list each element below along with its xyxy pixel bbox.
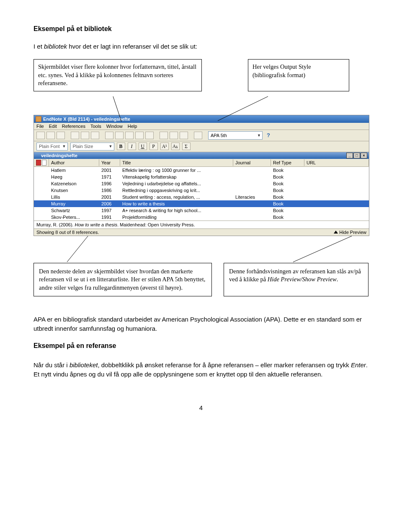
- toolbar-button[interactable]: [145, 132, 154, 139]
- status-bar: Showing 8 out of 8 references. Hide Prev…: [34, 228, 369, 236]
- size-select[interactable]: Plain Size▼: [70, 143, 114, 151]
- cell: Book: [271, 208, 304, 213]
- font-select[interactable]: Plain Font▼: [36, 143, 68, 151]
- note-column-icon[interactable]: [42, 160, 47, 166]
- table-row[interactable]: Hatlem2001Effektiv læring : og 1000 grun…: [34, 167, 369, 174]
- table-row[interactable]: Katzenelson1996Vejledning i udarbejdelse…: [34, 180, 369, 187]
- cell: 1996: [99, 181, 120, 187]
- toolbar-button[interactable]: [135, 132, 144, 139]
- toolbar-button[interactable]: [160, 132, 168, 139]
- toolbar-button[interactable]: [194, 132, 202, 139]
- table-row[interactable]: Skov-Peters...1991ProjektformidlingBook: [34, 214, 369, 221]
- cell: [34, 217, 49, 218]
- table-row[interactable]: Lillis2001Student writing : access, regu…: [34, 194, 369, 200]
- table-row[interactable]: Knutsen1986Rettledning i oppgaveskriving…: [34, 187, 369, 194]
- cell: [233, 183, 271, 184]
- symbol-button[interactable]: Σ: [182, 143, 191, 150]
- window-buttons: _□×: [346, 153, 367, 158]
- preview-author-year: Murray, R. (2006).: [36, 222, 75, 227]
- help-icon[interactable]: ?: [267, 132, 270, 138]
- menu-file[interactable]: File: [36, 124, 44, 129]
- menu-window[interactable]: Window: [106, 124, 123, 129]
- callout-row-top: Skjermbildet viser flere kolonner hvor f…: [34, 59, 368, 91]
- subscript-button[interactable]: A₁: [171, 143, 180, 150]
- header-title[interactable]: Title: [120, 159, 233, 166]
- toolbar-button[interactable]: [125, 132, 134, 139]
- table-row[interactable]: Høeg1971Vitenskapelig forfatterskapBook: [34, 174, 369, 180]
- dropdown-arrow-icon: ▼: [109, 144, 113, 148]
- pdf-column-icon[interactable]: [36, 160, 41, 166]
- open-reference-paragraph: Når du står i biblioteket, dobbeltklikk …: [34, 361, 368, 379]
- cell: [304, 176, 369, 177]
- cell: Skov-Peters...: [49, 214, 99, 220]
- toolbar-button[interactable]: [180, 132, 188, 139]
- cell: 1991: [99, 214, 120, 220]
- header-author[interactable]: Author: [49, 159, 99, 166]
- cell: Book: [271, 201, 304, 207]
- plain-button[interactable]: P: [149, 143, 158, 150]
- font-select-value: Plain Font: [39, 144, 60, 149]
- callout-hide-preview: Denne forhåndsvisningen av referansen ka…: [224, 263, 368, 297]
- toolbar-button[interactable]: [57, 132, 65, 139]
- p2-em2: Enter: [351, 361, 366, 369]
- table-row[interactable]: Murray2006How to write a thesisBook: [34, 200, 369, 207]
- cell: Book: [271, 174, 304, 180]
- app-titlebar: EndNote X (Bld 2114) - veiledningshefte: [34, 115, 369, 123]
- cell: Book: [271, 194, 304, 200]
- cell: Katzenelson: [49, 181, 99, 187]
- toolbar-button[interactable]: [46, 132, 55, 139]
- cell: [34, 170, 49, 171]
- callout-hp-em: Hide Preview/Show Preview: [268, 276, 337, 283]
- header-url[interactable]: URL: [304, 159, 369, 166]
- minimize-button[interactable]: _: [346, 153, 353, 158]
- toolbar-button[interactable]: [170, 132, 178, 139]
- cell: Literacies: [233, 194, 271, 200]
- cell: Effektiv læring : og 1000 grunner for ..…: [120, 167, 233, 173]
- cell: [304, 217, 369, 218]
- p2-1: Når du står i: [34, 361, 70, 369]
- superscript-button[interactable]: A¹: [160, 143, 169, 150]
- menu-references[interactable]: References: [62, 124, 85, 129]
- maximize-button[interactable]: □: [353, 153, 360, 158]
- toolbar-button[interactable]: [81, 132, 89, 139]
- cell: [34, 176, 49, 177]
- cell: [233, 170, 271, 171]
- hide-preview-button[interactable]: Hide Preview: [334, 230, 366, 235]
- document-page: Eksempel på et bibliotek I et bibliotek …: [0, 0, 402, 428]
- menu-help[interactable]: Help: [128, 124, 137, 129]
- status-count: Showing 8 out of 8 references.: [36, 230, 99, 235]
- menu-tools[interactable]: Tools: [90, 124, 101, 129]
- format-bar: Plain Font▼ Plain Size▼ B I U P A¹ A₁ Σ: [34, 141, 369, 152]
- header-journal[interactable]: Journal: [233, 159, 271, 166]
- toolbar-button[interactable]: [91, 132, 99, 139]
- toolbar-button[interactable]: [115, 132, 124, 139]
- output-style-select[interactable]: APA 5th ▼: [208, 131, 263, 140]
- close-button[interactable]: ×: [361, 153, 367, 158]
- toolbar-button[interactable]: [71, 132, 79, 139]
- connector-lines-top: [34, 96, 368, 115]
- table-row[interactable]: Schwartz1997A+ research & writing for hi…: [34, 207, 369, 214]
- header-year[interactable]: Year: [99, 159, 120, 166]
- cell: 2006: [99, 201, 120, 207]
- callout-output-style: Her velges Output Style (bibliografisk f…: [248, 59, 349, 91]
- bold-button[interactable]: B: [117, 143, 125, 150]
- subwindow-titlebar: veiledningshefte _□×: [34, 152, 369, 159]
- callout-columns: Skjermbildet viser flere kolonner hvor f…: [34, 59, 202, 91]
- cell: [233, 190, 271, 191]
- svg-line-2: [67, 236, 88, 262]
- italic-button[interactable]: I: [128, 143, 136, 150]
- cell: [233, 217, 271, 218]
- underline-button[interactable]: U: [139, 143, 147, 150]
- cell: [233, 203, 271, 204]
- toolbar-button[interactable]: [36, 132, 45, 139]
- p2-2: , dobbeltklikk på ønsket referanse for å…: [98, 361, 350, 369]
- intro-text-2: hvor det er lagt inn referanser vil det …: [67, 43, 197, 50]
- cell: [34, 197, 49, 197]
- header-reftype[interactable]: Ref Type: [271, 159, 304, 166]
- output-style-value: APA 5th: [211, 133, 227, 138]
- toolbar-button[interactable]: [105, 132, 113, 139]
- cell: Book: [271, 187, 304, 193]
- menu-edit[interactable]: Edit: [49, 124, 57, 129]
- cell: Rettledning i oppgaveskriving og krit...: [120, 187, 233, 193]
- cell: How to write a thesis: [120, 201, 233, 207]
